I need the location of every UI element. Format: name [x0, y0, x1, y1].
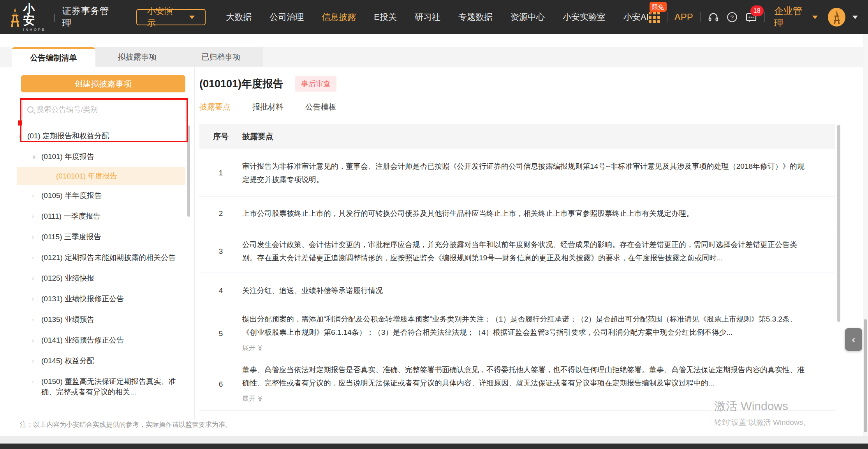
product-name: 证券事务管理	[62, 5, 117, 30]
chevron-right-icon: ›	[32, 252, 41, 263]
message-icon[interactable]: 18	[745, 11, 757, 23]
table-row: 4 关注分红、追送、业绩补偿等承诺履行情况	[199, 272, 835, 309]
expand-link[interactable]: 展开≫	[242, 392, 263, 405]
nav-item-einvestor[interactable]: E投关	[374, 11, 397, 23]
chevron-down-icon: ∨	[18, 131, 27, 141]
chevron-down-icon[interactable]	[852, 16, 858, 19]
tree-item[interactable]: ›(0141) 业绩预告修正公告	[17, 330, 185, 350]
search-icon	[27, 106, 33, 113]
page-scrollbar-thumb[interactable]	[864, 319, 867, 432]
nav-item-study[interactable]: 研习社	[415, 11, 440, 23]
nav-item-disclosure[interactable]: 信息披露	[322, 11, 356, 23]
row-number: 3	[199, 245, 242, 258]
tree-item[interactable]: ›(0135) 业绩预告	[17, 309, 185, 330]
page-tabs: 公告编制清单 拟披露事项 已归档事项	[0, 47, 868, 67]
tree-item[interactable]: ›(0121) 定期报告未能如期披露的相关公告	[17, 247, 185, 268]
environment-selector[interactable]: 小安演示	[136, 9, 206, 25]
collapse-panel-handle[interactable]: ‹	[845, 328, 862, 351]
chevron-right-icon: ›	[32, 335, 41, 345]
row-text: 审计报告为非标准审计意见的，董事会、注册会计师是否已按照《公开发行证券的公司信息…	[242, 160, 835, 186]
row-number: 6	[199, 378, 242, 391]
chevron-right-icon: ›	[32, 232, 41, 242]
bottom-dark-strip	[0, 444, 868, 449]
tab-announcement-list[interactable]: 公告编制清单	[12, 47, 95, 67]
tree-item[interactable]: ›(0150) 董监高无法保证定期报告真实、准确、完整或者有异议的相关...	[17, 371, 185, 402]
create-disclosure-button[interactable]: 创建拟披露事项	[21, 75, 185, 92]
org-management-label: 企业管理	[774, 5, 808, 30]
chevron-right-icon: ›	[32, 190, 41, 201]
row-text-wrap: 提出分配预案的，需添加“利润分配及公积金转增股本预案”业务类别并关注：（1）是否…	[242, 313, 835, 355]
row-number: 2	[199, 207, 242, 220]
app-download-link[interactable]: APP	[674, 12, 693, 23]
nav-item-lab[interactable]: 小安实验室	[563, 11, 606, 23]
chevron-down-icon: ∨	[32, 151, 41, 162]
table-row: 1 审计报告为非标准审计意见的，董事会、注册会计师是否已按照《公开发行证券的公司…	[199, 149, 835, 197]
double-chevron-down-icon: ≫	[254, 345, 267, 351]
tree-item[interactable]: ›(0111) 一季度报告	[17, 206, 185, 226]
content-card: 创建拟披露事项 ∨(01) 定期报告和权益分配 ∨(0101) 年度报告 (01…	[0, 67, 868, 419]
tree-item[interactable]: ›(0131) 业绩快报修正公告	[17, 288, 185, 309]
tree-item-selected[interactable]: (010101) 年度报告	[17, 167, 185, 185]
tree-item[interactable]: ›(0145) 权益分配	[17, 350, 185, 371]
expand-link[interactable]: 展开≫	[242, 341, 263, 355]
headset-icon[interactable]	[708, 11, 719, 23]
windows-activation-watermark: 激活 Windows 转到“设置”以激活 Windows。	[714, 398, 810, 428]
row-text: 关注分红、追送、业绩补偿等承诺履行情况	[242, 284, 835, 297]
help-icon[interactable]: ?	[726, 11, 738, 23]
row-text: 董事、高管应当依法对定期报告是否真实、准确、完整签署书面确认意见，不得委托他人签…	[242, 366, 805, 387]
tree-item[interactable]: ∨(0101) 年度报告	[17, 146, 185, 167]
nav-item-ai[interactable]: 小安AI 限免	[623, 11, 649, 23]
logo-subtext: INHOPE	[23, 28, 47, 32]
divider	[700, 12, 701, 22]
brand-logo[interactable]: 小安 INHOPE	[10, 3, 47, 32]
table-row: 5 提出分配预案的，需添加“利润分配及公积金转增股本预案”业务类别并关注：（1）…	[199, 309, 835, 358]
page-title: (010101)年度报告	[199, 77, 283, 91]
row-text: 提出分配预案的，需添加“利润分配及公积金转增股本预案”业务类别并关注：（1）是否…	[242, 315, 797, 336]
tree-item[interactable]: ›(0105) 半年度报告	[17, 185, 185, 206]
tree-item[interactable]: ›(0115) 三季度报告	[17, 226, 185, 247]
category-sidebar: 创建拟披露事项 ∨(01) 定期报告和权益分配 ∨(0101) 年度报告 (01…	[0, 67, 195, 419]
divider: |	[53, 12, 56, 23]
tree-item[interactable]: ∨(01) 定期报告和权益分配	[17, 126, 185, 146]
nav-item-topicdata[interactable]: 专题数据	[458, 11, 493, 23]
svg-text:?: ?	[731, 14, 734, 21]
tab-announcement-templates[interactable]: 公告模板	[305, 102, 336, 112]
nav-item-bigdata[interactable]: 大数据	[226, 11, 252, 23]
search-input[interactable]	[37, 105, 180, 114]
chevron-right-icon: ›	[32, 273, 41, 283]
derrick-logo-icon	[10, 7, 20, 27]
category-tree: ∨(01) 定期报告和权益分配 ∨(0101) 年度报告 (010101) 年度…	[17, 126, 185, 410]
divider	[667, 12, 667, 22]
footer-note: 注：以上内容为小安结合实践提供的参考，实际操作请以监管要求为准。	[20, 420, 232, 429]
tab-approval-materials[interactable]: 报批材料	[252, 102, 283, 112]
nav-item-resources[interactable]: 资源中心	[511, 11, 545, 23]
tab-disclosure-points[interactable]: 披露要点	[199, 102, 231, 112]
table-scrollbar[interactable]	[837, 125, 840, 322]
disclosure-points-table: 序号 披露要点 1 审计报告为非标准审计意见的，董事会、注册会计师是否已按照《公…	[199, 124, 835, 411]
column-header-point: 披露要点	[242, 131, 835, 142]
top-navbar: 小安 INHOPE | 证券事务管理 小安演示 大数据 公司治理 信息披露 E投…	[0, 0, 868, 34]
nav-item-governance[interactable]: 公司治理	[269, 11, 304, 23]
sidebar-scrollbar[interactable]	[187, 126, 190, 217]
bottom-gray-strip	[0, 436, 868, 444]
limited-free-badge: 限免	[650, 2, 667, 12]
table-header: 序号 披露要点	[199, 124, 835, 149]
category-search[interactable]	[22, 101, 185, 118]
org-management-menu[interactable]: 企业管理	[774, 5, 818, 30]
tab-planned-disclosures[interactable]: 拟披露事项	[95, 47, 179, 67]
table-row: 3 公司发生会计政策、会计估计变更的，审批程序应合规，并充分披露对当年和以前年度…	[199, 230, 835, 272]
notification-badge: 18	[750, 5, 764, 16]
navbar-right-actions: APP ? 18 企业管理	[649, 5, 858, 30]
tree-item[interactable]: ›(0125) 业绩快报	[17, 268, 185, 288]
user-avatar[interactable]	[828, 8, 845, 27]
chevron-down-icon	[812, 16, 818, 19]
page-scrollbar-track[interactable]	[863, 34, 868, 449]
chevron-right-icon: ›	[32, 376, 41, 387]
environment-selector-label: 小安演示	[147, 5, 180, 29]
logo-text: 小安	[23, 3, 47, 26]
chevron-right-icon: ›	[32, 314, 41, 325]
row-text: 公司发生会计政策、会计估计变更的，审批程序应合规，并充分披露对当年和以前年度财务…	[242, 238, 835, 265]
tab-archived-items[interactable]: 已归档事项	[179, 47, 263, 67]
row-number: 4	[199, 284, 242, 297]
row-number: 5	[199, 327, 242, 340]
